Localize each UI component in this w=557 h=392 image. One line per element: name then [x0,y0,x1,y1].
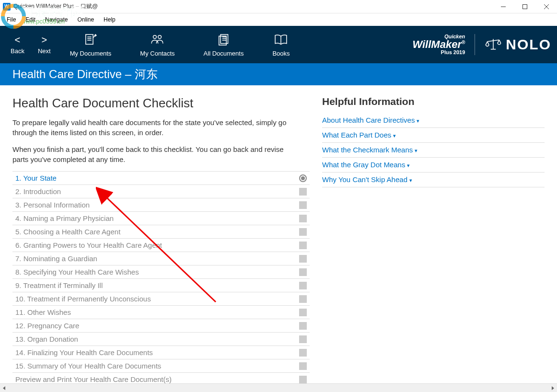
checklist-label: 11. Other Wishes [15,308,299,316]
minimize-button[interactable] [492,0,514,13]
help-links: About Health Care Directives▾What Each P… [322,113,545,187]
triangle-right-icon [551,386,555,390]
checklist-label: 12. Pregnancy Care [15,322,299,330]
svg-point-11 [158,35,162,38]
my-contacts-button[interactable]: My Contacts [140,33,174,57]
checklist-label: 5. Choosing a Health Care Agent [15,228,299,236]
help-link[interactable]: What the Gray Dot Means▾ [322,158,545,173]
status-square-icon [299,268,307,276]
checklist-label: 3. Personal Information [15,201,299,209]
svg-marker-25 [3,386,5,390]
svg-line-23 [499,40,501,43]
all-documents-button[interactable]: All Documents [204,33,244,57]
horizontal-scrollbar[interactable] [0,383,557,392]
page-subtitle: Health Care Directive – 河东 [12,67,158,82]
svg-rect-4 [86,34,93,44]
checklist-row[interactable]: 9. Treatment if Terminally Ill [12,279,310,292]
checklist-row[interactable]: 4. Naming a Primary Physician [12,212,310,225]
menu-navigate[interactable]: Navigate [40,14,72,25]
book-icon [273,33,289,47]
help-link-text[interactable]: Why You Can't Skip Ahead [322,175,407,184]
help-link[interactable]: What Each Part Does▾ [322,128,545,143]
svg-marker-26 [552,386,554,390]
next-button[interactable]: > Next [38,35,51,55]
menubar: File Edit Navigate Online Help [0,13,557,26]
brand-divider [475,34,475,55]
help-link[interactable]: Why You Can't Skip Ahead▾ [322,173,545,187]
help-link-text[interactable]: What the Checkmark Means [322,146,413,154]
checklist-label: 8. Specifying Your Health Care Wishes [15,268,299,276]
intro-para-1: To prepare legally valid health care doc… [12,117,290,138]
checklist-row[interactable]: 14. Finalizing Your Health Care Document… [12,346,310,359]
checklist-label: Preview and Print Your Health Care Docum… [15,375,299,383]
help-link-text[interactable]: What Each Part Does [322,131,391,139]
chevron-down-icon: ▾ [415,148,418,153]
scroll-track[interactable] [9,384,548,392]
status-square-icon [299,335,307,343]
checklist-row[interactable]: 13. Organ Donation [12,333,310,346]
my-documents-button[interactable]: My Documents [70,33,112,57]
checklist-row[interactable]: Preview and Print Your Health Care Docum… [12,373,310,383]
menu-edit[interactable]: Edit [21,14,40,25]
maximize-button[interactable] [514,0,535,13]
help-link[interactable]: What the Checkmark Means▾ [322,143,545,158]
sidebar-column: Helpful Information About Health Care Di… [322,85,557,383]
svg-line-20 [486,42,487,45]
checklist-row[interactable]: 6. Granting Powers to Your Health Care A… [12,239,310,252]
triangle-left-icon [2,386,6,390]
status-square-icon [299,362,307,370]
all-documents-label: All Documents [204,50,244,57]
checklist-row[interactable]: 2. Introduction [12,185,310,198]
page-heading: Health Care Document Checklist [12,96,310,111]
checklist-row[interactable]: 1. Your State [12,172,310,185]
chevron-down-icon: ▾ [409,177,412,183]
checklist-label: 2. Introduction [15,187,299,196]
checklist-label: 1. Your State [15,174,299,182]
status-dot-active-icon [299,174,307,182]
content-area: Health Care Document Checklist To prepar… [0,85,557,383]
window-title: Quicken WillMaker Plus – 口赋@ [13,2,98,11]
my-documents-label: My Documents [70,50,112,57]
chevron-right-icon: > [41,35,47,45]
checklist-row[interactable]: 5. Choosing a Health Care Agent [12,225,310,239]
checklist-row[interactable]: 7. Nominating a Guardian [12,252,310,265]
status-square-icon [299,309,307,316]
help-link-text[interactable]: What the Gray Dot Means [322,161,405,169]
sidebar-heading: Helpful Information [322,96,545,107]
document-pencil-icon [82,33,99,47]
checklist-row[interactable]: 10. Treatment if Permanently Unconscious [12,292,310,306]
checklist-label: 15. Summary of Your Health Care Document… [15,362,299,370]
svg-marker-9 [94,34,96,35]
menu-help[interactable]: Help [99,14,120,25]
status-square-icon [299,242,307,249]
checklist-row[interactable]: 8. Specifying Your Health Care Wishes [12,265,310,279]
chevron-down-icon: ▾ [393,133,396,138]
back-button[interactable]: < Back [11,35,24,55]
scales-icon [485,37,502,52]
status-square-icon [299,255,307,263]
page-subtitle-bar: Health Care Directive – 河东 [0,63,557,85]
books-button[interactable]: Books [272,33,290,57]
willmaker-logo: Quicken WillMaker® Plus 2019 [412,34,465,55]
menu-file[interactable]: File [2,14,21,25]
scroll-left-button[interactable] [0,384,9,392]
menu-online[interactable]: Online [72,14,99,25]
checklist-label: 4. Naming a Primary Physician [15,214,299,222]
contacts-icon [149,33,165,47]
checklist-row[interactable]: 12. Pregnancy Care [12,319,310,333]
nolo-logo: NOLO [485,36,551,53]
checklist-row[interactable]: 3. Personal Information [12,198,310,212]
close-button[interactable] [535,0,557,13]
svg-rect-1 [522,4,527,9]
scroll-right-button[interactable] [548,384,557,392]
app-icon: W [3,3,11,11]
checklist-row[interactable]: 15. Summary of Your Health Care Document… [12,359,310,373]
help-link[interactable]: About Health Care Directives▾ [322,113,545,128]
chevron-left-icon: < [15,35,21,45]
titlebar: W Quicken WillMaker Plus – 口赋@ [0,0,557,13]
status-square-icon [299,322,307,330]
status-square-icon [299,376,307,383]
svg-point-10 [153,35,157,38]
checklist-row[interactable]: 11. Other Wishes [12,306,310,319]
help-link-text[interactable]: About Health Care Directives [322,116,415,124]
